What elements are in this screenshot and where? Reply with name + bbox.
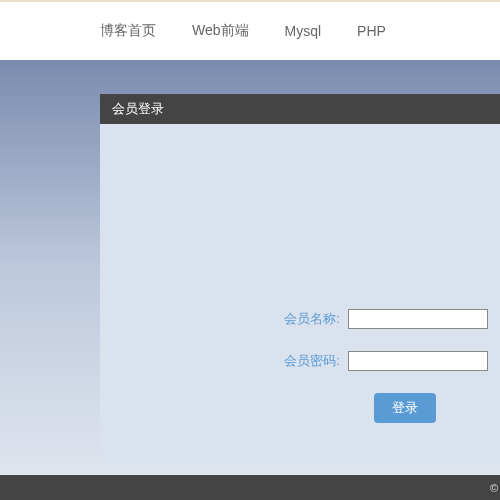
footer: ©: [0, 475, 500, 500]
nav-item-home[interactable]: 博客首页: [100, 22, 156, 40]
password-row: 会员密码:: [100, 351, 500, 371]
username-label: 会员名称:: [270, 310, 340, 328]
nav-item-mysql[interactable]: Mysql: [285, 23, 322, 39]
nav-item-php[interactable]: PHP: [357, 23, 386, 39]
main-nav: 博客首页 Web前端 Mysql PHP: [0, 2, 500, 60]
submit-row: 登录: [100, 393, 500, 423]
login-form: 会员名称: 会员密码: 登录: [100, 124, 500, 423]
footer-text: ©: [490, 482, 498, 494]
nav-item-frontend[interactable]: Web前端: [192, 22, 249, 40]
username-input[interactable]: [348, 309, 488, 329]
content-background: 会员登录 会员名称: 会员密码: 登录: [0, 60, 500, 475]
panel-header: 会员登录: [100, 94, 500, 124]
login-button[interactable]: 登录: [374, 393, 436, 423]
panel-title: 会员登录: [112, 100, 164, 118]
username-row: 会员名称:: [100, 309, 500, 329]
login-panel: 会员登录 会员名称: 会员密码: 登录: [100, 94, 500, 464]
password-input[interactable]: [348, 351, 488, 371]
password-label: 会员密码:: [270, 352, 340, 370]
